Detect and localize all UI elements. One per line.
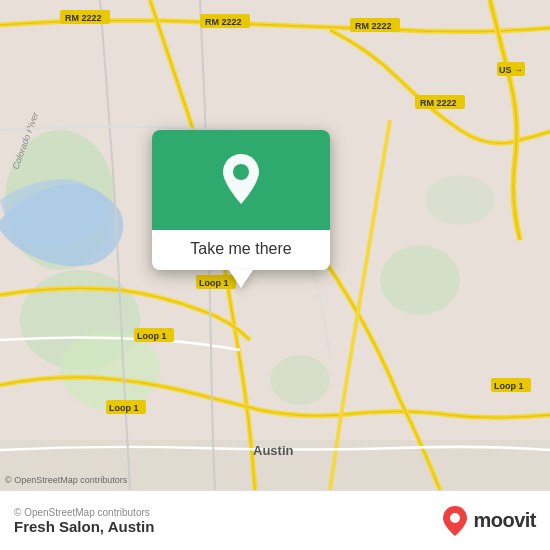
moovit-label: moovit xyxy=(473,509,536,532)
svg-point-30 xyxy=(450,513,460,523)
svg-point-5 xyxy=(425,175,495,225)
place-name: Fresh Salon, Austin xyxy=(14,518,154,535)
map-container: Colorado River R xyxy=(0,0,550,490)
svg-text:Loop 1: Loop 1 xyxy=(109,403,139,413)
svg-text:Loop 1: Loop 1 xyxy=(199,278,229,288)
popup-green-area xyxy=(152,130,330,230)
svg-text:RM 2222: RM 2222 xyxy=(205,17,242,27)
location-pin-icon xyxy=(217,152,265,208)
svg-text:US →: US → xyxy=(499,65,523,75)
svg-text:© OpenStreetMap contributors: © OpenStreetMap contributors xyxy=(5,475,128,485)
popup-card: Take me there xyxy=(152,130,330,270)
map-attribution: © OpenStreetMap contributors xyxy=(14,507,154,518)
svg-text:Austin: Austin xyxy=(253,443,294,458)
svg-text:RM 2222: RM 2222 xyxy=(420,98,457,108)
svg-text:RM 2222: RM 2222 xyxy=(65,13,102,23)
svg-text:Loop 1: Loop 1 xyxy=(137,331,167,341)
bottom-bar: © OpenStreetMap contributors Fresh Salon… xyxy=(0,490,550,550)
popup-triangle xyxy=(229,270,253,288)
svg-text:Loop 1: Loop 1 xyxy=(494,381,524,391)
moovit-logo[interactable]: moovit xyxy=(441,505,536,537)
svg-text:RM 2222: RM 2222 xyxy=(355,21,392,31)
place-info: © OpenStreetMap contributors Fresh Salon… xyxy=(14,507,154,535)
svg-point-29 xyxy=(233,164,249,180)
svg-point-6 xyxy=(270,355,330,405)
svg-point-4 xyxy=(380,245,460,315)
take-me-there-button[interactable]: Take me there xyxy=(176,230,305,270)
moovit-pin-icon xyxy=(441,505,469,537)
